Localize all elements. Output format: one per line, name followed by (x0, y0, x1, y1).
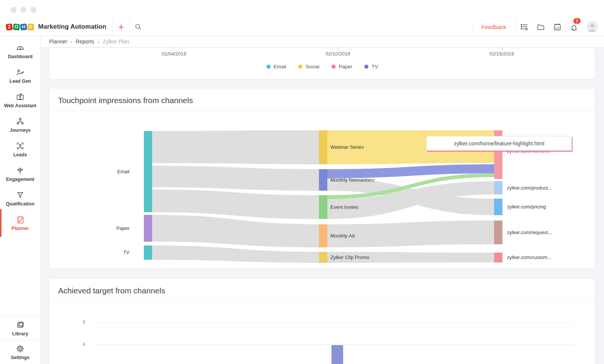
gridline-4 (95, 344, 575, 345)
sankey-node-email[interactable] (144, 131, 152, 212)
calendar-button[interactable] (549, 19, 565, 35)
zoho-logo-letter: O (27, 23, 34, 31)
sankey-label-invites: Event Invites (330, 204, 428, 211)
main-content: Planner › Reports › Zylker Plan 02/04/20… (41, 36, 604, 364)
sidebar-item-planner[interactable]: Planner (0, 211, 40, 235)
feedback-link[interactable]: Feedback (481, 24, 506, 30)
sankey-node-product[interactable] (494, 181, 502, 194)
sankey-node-tv[interactable] (144, 245, 152, 260)
sidebar-item-label: Qualification (6, 201, 35, 207)
sankey-svg (49, 88, 595, 268)
sidebar-item-label: Journeys (10, 128, 31, 133)
legend-label: Social (305, 64, 319, 69)
sankey-tooltip: zylker.com/home/feature-highlight.html (426, 136, 572, 151)
sidebar-item-qualification[interactable]: Qualification (0, 186, 40, 211)
legend-item-social[interactable]: Social (298, 64, 319, 69)
list-view-button[interactable] (516, 19, 532, 35)
gridline-5 (95, 322, 575, 322)
sankey-flow-email-invites[interactable] (152, 190, 319, 219)
user-avatar[interactable] (587, 21, 598, 32)
notification-badge: 7 (573, 17, 581, 25)
planner-icon (16, 215, 25, 224)
axis-tick (338, 48, 338, 51)
sidebar-item-label: Planner (12, 226, 29, 231)
sankey-label-pricing: zylker.com/pricing (507, 204, 594, 210)
breadcrumb: Planner › Reports › Zylker Plan (41, 36, 604, 48)
timeline-chart-card: 02/04/2019 02/10/2019 02/15/2019 Email S… (49, 48, 595, 79)
sankey-label-paper: Paper (54, 225, 129, 232)
sankey-flow-paper-monthlyad[interactable] (152, 215, 319, 247)
sidebar-item-dashboard[interactable]: Dashboard (0, 39, 40, 63)
zoho-logo-letter: H (20, 23, 27, 30)
sankey-label-webinar: Webinar Series (330, 144, 428, 151)
sidebar-item-web-assistant[interactable]: Web Assistant (0, 88, 40, 113)
sankey-label-monthlyad: Monthly Ad (330, 233, 428, 239)
axis-date-label: 02/15/2019 (479, 51, 524, 57)
y-tick-5: 5 (63, 319, 85, 325)
sidebar-nav: Dashboard Lead Gen Web Assistant (0, 36, 41, 364)
bar-chart-card: Achieved target from channels 5 4 (49, 278, 595, 364)
breadcrumb-reports[interactable]: Reports (76, 39, 94, 45)
legend-item-email[interactable]: Email (267, 64, 287, 69)
sankey-label-request: zylker.com/request... (507, 229, 594, 236)
window-control-dot (20, 7, 26, 13)
app-title: Marketing Automation (38, 23, 106, 31)
window-control-dot (30, 7, 36, 13)
sankey-node-monthlyad[interactable] (319, 224, 327, 247)
sankey-flow-tv-clippromo[interactable] (152, 245, 319, 263)
sankey-node-request[interactable] (494, 221, 502, 244)
zoho-logo-letter: O (13, 23, 20, 30)
sankey-flow-email-webinar[interactable] (152, 130, 319, 164)
leads-icon (16, 142, 25, 150)
sankey-node-paper[interactable] (144, 215, 152, 242)
sidebar-item-label: Leads (13, 152, 27, 157)
avatar-person-icon (587, 21, 598, 32)
legend-item-tv[interactable]: TV (364, 64, 378, 69)
create-new-button[interactable]: + (113, 19, 129, 35)
axis-tick (502, 48, 502, 51)
sankey-node-newsletters[interactable] (319, 169, 327, 191)
qualification-funnel-icon (16, 191, 25, 199)
breadcrumb-planner[interactable]: Planner (49, 39, 67, 45)
sidebar-item-lead-gen[interactable]: Lead Gen (0, 63, 40, 88)
files-button[interactable] (532, 19, 549, 35)
dashboard-gauge-icon (16, 43, 25, 52)
legend-dot (364, 65, 368, 69)
window-titlebar (0, 0, 604, 18)
list-heart-icon (520, 23, 528, 31)
notifications-button[interactable]: 7 (565, 19, 582, 35)
divider (472, 18, 472, 35)
sankey-chart-card: Touchpoint impressions from channels zyl… (49, 88, 595, 268)
zoho-logo[interactable]: Z O H O (6, 24, 34, 30)
sankey-flow-email-newsletters[interactable] (152, 166, 319, 191)
window-control-dot (11, 7, 17, 13)
journeys-icon (16, 117, 25, 126)
sidebar-item-engagement[interactable]: Engagement (0, 162, 40, 186)
sankey-node-clippromo[interactable] (319, 252, 327, 263)
sankey-node-invites[interactable] (319, 195, 327, 219)
sidebar-item-leads[interactable]: Leads (0, 137, 40, 162)
breadcrumb-separator: › (98, 39, 99, 45)
folder-icon (536, 23, 545, 31)
sankey-label-custom: zylker.com/custom... (507, 254, 594, 261)
sankey-label-product: zylker.com/product... (507, 185, 594, 191)
sidebar-item-settings[interactable]: Settings (0, 340, 40, 364)
sankey-label-newsletters: Monthly Newsletters (330, 177, 428, 184)
sidebar-item-label: Engagement (6, 177, 34, 182)
sidebar-spacer (0, 235, 40, 316)
sidebar-item-label: Dashboard (8, 54, 32, 59)
legend-item-paper[interactable]: Paper (331, 64, 352, 69)
legend-label: Paper (339, 64, 352, 69)
sidebar-item-label: Web Assistant (4, 103, 36, 108)
sankey-node-pricing[interactable] (494, 199, 502, 215)
sankey-label-email: Email (54, 168, 129, 175)
bar-card-title: Achieved target from channels (49, 279, 595, 295)
sankey-node-webinar[interactable] (319, 130, 327, 164)
divider (49, 299, 595, 299)
sankey-node-custom[interactable] (494, 253, 502, 262)
search-button[interactable] (130, 19, 146, 35)
sankey-label-clippromo: Zylker Clip Promo (330, 254, 428, 261)
sidebar-item-library[interactable]: Library (0, 316, 40, 340)
sidebar-item-journeys[interactable]: Journeys (0, 113, 40, 137)
bar[interactable] (331, 345, 343, 364)
